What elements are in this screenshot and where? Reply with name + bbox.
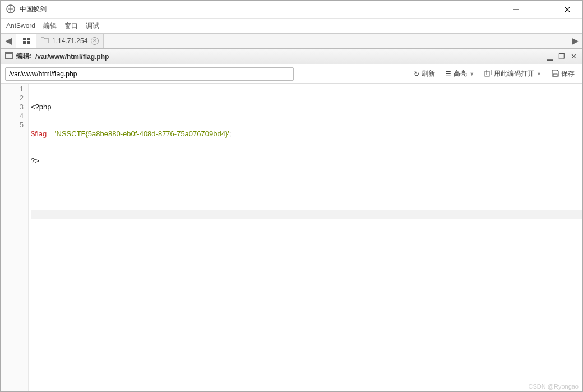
- save-icon: [552, 70, 559, 79]
- app-window: 中国蚁剑 AntSword 编辑 窗口 调试 ◀ 1.14.71.254 ✕ ▶: [0, 0, 583, 392]
- watermark: CSDN @Ryongao: [529, 383, 579, 390]
- code-token: ;: [229, 130, 232, 138]
- folder-icon: [41, 36, 49, 45]
- code-token: =: [47, 130, 55, 138]
- tab-prev-button[interactable]: ◀: [1, 34, 16, 48]
- panel-minimize-button[interactable]: ▁: [546, 52, 554, 61]
- scrollbar[interactable]: [576, 84, 582, 391]
- tabbar: ◀ 1.14.71.254 ✕ ▶: [1, 33, 582, 49]
- svg-rect-11: [485, 71, 489, 76]
- code-token: $flag: [31, 130, 47, 138]
- window-title: 中国蚁剑: [20, 4, 503, 14]
- menu-window[interactable]: 窗口: [64, 21, 78, 31]
- edit-path: /var/www/html/flag.php: [35, 53, 109, 61]
- tab-close-icon[interactable]: ✕: [91, 37, 99, 45]
- menu-antsword[interactable]: AntSword: [6, 22, 35, 30]
- code-token: ?>: [31, 156, 39, 165]
- line-number: 5: [1, 121, 24, 130]
- code-area[interactable]: <?php $flag = 'NSSCTF{5a8be880-eb0f-408d…: [29, 84, 582, 391]
- refresh-icon: ↻: [414, 70, 419, 78]
- svg-rect-13: [553, 74, 557, 76]
- line-number: 1: [1, 85, 24, 94]
- line-number: 3: [1, 103, 24, 112]
- panel-close-button[interactable]: ✕: [570, 52, 578, 61]
- tab-grid-button[interactable]: [16, 34, 36, 48]
- menu-edit[interactable]: 编辑: [43, 21, 57, 31]
- tab-label: 1.14.71.254: [52, 37, 87, 45]
- panel-maximize-button[interactable]: ❐: [557, 52, 566, 61]
- list-icon: ☰: [445, 70, 451, 78]
- minimize-button[interactable]: [503, 1, 529, 18]
- line-number: 4: [1, 112, 24, 121]
- copy-icon: [484, 70, 492, 79]
- svg-rect-2: [539, 7, 544, 12]
- edit-prefix: 编辑:: [16, 52, 32, 61]
- close-button[interactable]: [554, 1, 580, 18]
- titlebar: 中国蚁剑: [1, 1, 582, 19]
- svg-rect-12: [487, 70, 491, 75]
- code-token: <?php: [31, 103, 52, 111]
- menu-debug[interactable]: 调试: [86, 21, 99, 31]
- file-icon: [5, 52, 13, 61]
- svg-rect-9: [6, 52, 12, 59]
- chevron-down-icon: ▼: [469, 71, 474, 77]
- maximize-button[interactable]: [529, 1, 554, 18]
- svg-rect-5: [23, 38, 26, 40]
- refresh-button[interactable]: ↻ 刷新: [410, 67, 438, 80]
- path-input[interactable]: [5, 67, 294, 81]
- editor-toolbar: ↻ 刷新 ☰ 高亮 ▼ 用此编码打开 ▼ 保存: [1, 64, 582, 84]
- svg-rect-6: [27, 38, 30, 40]
- editor-header: 编辑: /var/www/html/flag.php ▁ ❐ ✕: [1, 49, 582, 64]
- open-with-encoding-button[interactable]: 用此编码打开 ▼: [481, 67, 545, 80]
- svg-rect-7: [23, 41, 26, 44]
- code-editor[interactable]: 1 2 3 4 5 <?php $flag = 'NSSCTF{5a8be880…: [1, 84, 582, 391]
- save-button[interactable]: 保存: [548, 67, 578, 80]
- tab-host[interactable]: 1.14.71.254 ✕: [36, 34, 104, 48]
- chevron-down-icon: ▼: [536, 71, 542, 77]
- code-token: 'NSSCTF{5a8be880-eb0f-408d-8776-75a07670…: [55, 130, 229, 138]
- line-number: 2: [1, 94, 24, 103]
- menubar: AntSword 编辑 窗口 调试: [1, 19, 582, 33]
- tab-next-button[interactable]: ▶: [567, 34, 582, 48]
- gutter: 1 2 3 4 5: [1, 84, 29, 391]
- app-icon: [6, 4, 16, 15]
- svg-rect-8: [27, 41, 30, 44]
- highlight-button[interactable]: ☰ 高亮 ▼: [442, 67, 478, 80]
